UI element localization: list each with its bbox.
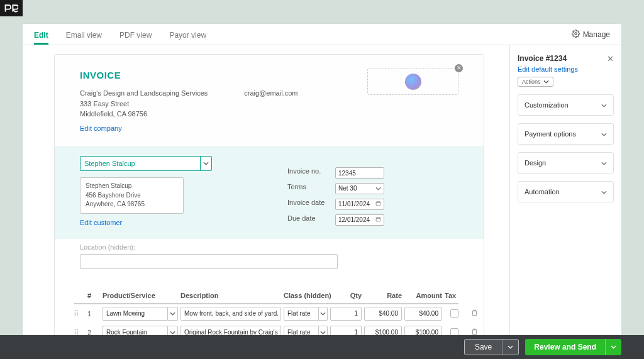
- review-dropdown-toggle[interactable]: [605, 339, 621, 355]
- description-input[interactable]: Mow front, back, and side of yard.: [180, 307, 281, 321]
- tab-payor-view[interactable]: Payor view: [169, 25, 206, 45]
- drag-handle-icon[interactable]: ⠿: [74, 328, 85, 336]
- accordion-payment-options[interactable]: Payment options: [518, 123, 614, 145]
- product-input[interactable]: Rock Fountain: [103, 326, 168, 336]
- chevron-down-icon: [601, 101, 607, 109]
- save-label: Save: [465, 343, 502, 351]
- accordion-customization[interactable]: Customization: [518, 94, 614, 116]
- class-input[interactable]: Flat rate: [284, 326, 319, 336]
- accordion-label: Automation: [525, 188, 560, 196]
- amount-input[interactable]: $100.00: [404, 326, 442, 336]
- delete-row-button[interactable]: [466, 309, 482, 319]
- tab-edit[interactable]: Edit: [34, 25, 48, 45]
- label-invoice-date: Invoice date: [287, 199, 331, 211]
- side-panel: ✕ Invoice #1234 Edit default settings Ac…: [509, 45, 621, 335]
- accordion-design[interactable]: Design: [518, 152, 614, 174]
- col-product: Product/Service: [103, 292, 178, 299]
- tab-pdf-view[interactable]: PDF view: [119, 25, 152, 45]
- customer-select[interactable]: Stephen Stalcup: [80, 156, 212, 171]
- col-qty: Qty: [330, 292, 362, 299]
- qty-input[interactable]: 1: [330, 307, 362, 321]
- customer-select-value: Stephen Stalcup: [84, 160, 135, 167]
- chevron-down-icon: [200, 157, 211, 170]
- accordion-automation[interactable]: Automation: [518, 181, 614, 202]
- col-tax: Tax: [445, 292, 464, 299]
- product-dropdown-toggle[interactable]: [168, 326, 178, 336]
- logo-dropzone[interactable]: ✕: [367, 69, 458, 95]
- customer-address-name: Stephen Stalcup: [86, 182, 178, 191]
- review-label: Review and Send: [525, 343, 605, 351]
- accordion-label: Design: [525, 159, 546, 167]
- manage-button[interactable]: Manage: [572, 30, 610, 40]
- tax-checkbox[interactable]: [450, 309, 458, 318]
- svg-point-0: [575, 32, 577, 34]
- edit-customer-link[interactable]: Edit customer: [80, 219, 225, 226]
- accordion-label: Customization: [525, 101, 569, 109]
- col-amount: Amount: [404, 292, 442, 299]
- col-rate: Rate: [364, 292, 402, 299]
- chevron-down-icon: [601, 130, 607, 138]
- tab-bar: Edit Email view PDF view Payor view Mana…: [23, 24, 621, 45]
- chevron-down-icon: [601, 188, 607, 196]
- edit-default-settings-link[interactable]: Edit default settings: [518, 65, 614, 73]
- input-location[interactable]: [80, 254, 338, 269]
- panel-title: Invoice #1234: [518, 54, 614, 63]
- svg-rect-2: [376, 218, 380, 221]
- row-number: 1: [87, 310, 100, 318]
- svg-rect-1: [376, 202, 380, 206]
- description-input[interactable]: Original Rock Fountain by Craig's: [180, 326, 281, 336]
- table-row: ⠿ 2 Rock Fountain Original Rock Fountain…: [74, 323, 458, 336]
- due-date-value: 12/01/2024: [338, 216, 370, 223]
- accordion-label: Payment options: [525, 130, 576, 138]
- company-address-line2: Middlefield, CA 98756: [80, 109, 208, 119]
- col-num: #: [87, 292, 100, 299]
- globe-icon: [405, 74, 421, 90]
- class-dropdown-toggle[interactable]: [319, 307, 328, 321]
- remove-logo-button[interactable]: ✕: [455, 64, 463, 72]
- brand-logo: [0, 0, 23, 16]
- row-number: 2: [87, 329, 100, 336]
- customer-address-line1: 456 Bayshore Drive: [86, 191, 178, 201]
- delete-row-button[interactable]: [466, 328, 482, 336]
- customer-address-box[interactable]: Stephen Stalcup 456 Bayshore Drive Anywh…: [80, 177, 184, 214]
- input-invoice-no[interactable]: [335, 167, 384, 179]
- invoice-date-value: 11/01/2024: [338, 201, 370, 207]
- actions-label: Actions: [522, 79, 541, 85]
- tax-checkbox[interactable]: [450, 328, 458, 335]
- qty-input[interactable]: 1: [330, 326, 362, 336]
- product-input[interactable]: Lawn Mowing: [103, 307, 168, 321]
- company-name: Craig's Design and Landscaping Services: [80, 88, 208, 99]
- manage-label: Manage: [583, 30, 610, 39]
- col-description: Description: [180, 292, 281, 299]
- label-location: Location (hidden):: [80, 243, 135, 251]
- save-dropdown-toggle[interactable]: [502, 340, 518, 355]
- drag-handle-icon[interactable]: ⠿: [74, 309, 85, 318]
- customer-address-line2: Anywhere, CA 98765: [86, 200, 178, 209]
- class-input[interactable]: Flat rate: [284, 307, 319, 321]
- chevron-down-icon: [375, 185, 381, 192]
- save-button[interactable]: Save: [464, 339, 519, 355]
- input-due-date[interactable]: 12/01/2024: [335, 214, 384, 226]
- review-and-send-button[interactable]: Review and Send: [525, 339, 621, 355]
- terms-value: Net 30: [338, 185, 357, 192]
- chevron-down-icon: [601, 159, 607, 167]
- edit-company-link[interactable]: Edit company: [80, 123, 208, 134]
- input-invoice-date[interactable]: 11/01/2024: [335, 199, 384, 210]
- tab-email-view[interactable]: Email view: [66, 25, 102, 45]
- actions-dropdown[interactable]: Actions: [518, 77, 553, 87]
- calendar-icon: [375, 201, 381, 207]
- product-dropdown-toggle[interactable]: [168, 307, 178, 321]
- chevron-down-icon: [543, 80, 549, 84]
- rate-input[interactable]: $40.00: [364, 307, 402, 321]
- label-due-date: Due date: [287, 214, 331, 226]
- class-dropdown-toggle[interactable]: [319, 326, 328, 336]
- invoice-card: INVOICE Craig's Design and Landscaping S…: [54, 54, 484, 335]
- amount-input[interactable]: $40.00: [404, 307, 442, 321]
- app-frame: Edit Email view PDF view Payor view Mana…: [23, 24, 621, 335]
- company-address-line1: 333 Easy Street: [80, 99, 208, 109]
- rate-input[interactable]: $100.00: [364, 326, 402, 336]
- calendar-icon: [375, 216, 381, 223]
- close-panel-button[interactable]: ✕: [607, 54, 614, 64]
- select-terms[interactable]: Net 30: [335, 183, 384, 194]
- table-row: ⠿ 1 Lawn Mowing Mow front, back, and sid…: [74, 304, 458, 323]
